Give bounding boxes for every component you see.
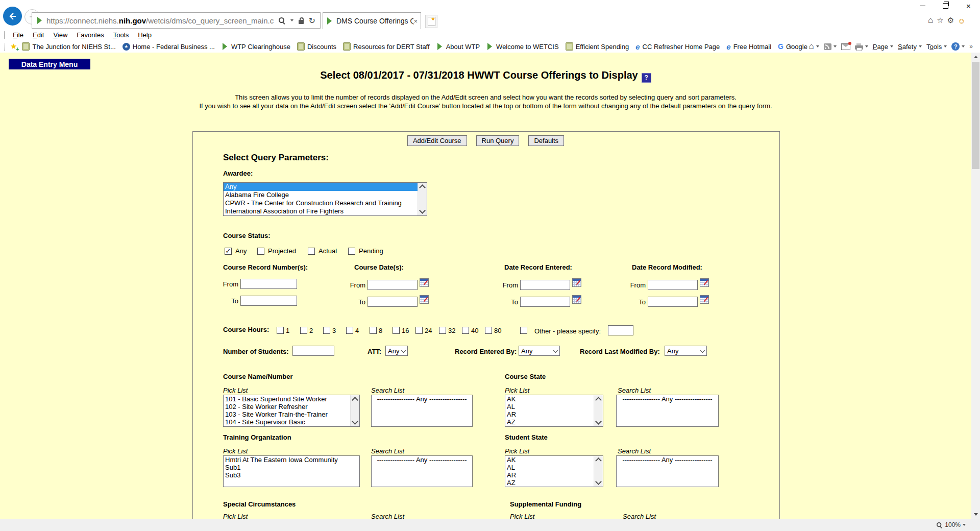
crn-to-input[interactable] [240,296,297,306]
modified-to-input[interactable] [648,297,698,307]
close-button[interactable] [957,0,980,12]
read-mail-icon[interactable] [841,43,850,50]
course-state-search-list[interactable]: ----------------- Any ----------------- [616,395,719,427]
training-organization-search-list[interactable]: ----------------- Any ----------------- [371,455,473,487]
training-organization-pick-list[interactable]: Hmtri At The Eastern Iowa Community Sub1… [223,455,360,487]
student-state-pick-list[interactable]: AK AL AR AZ [505,455,603,487]
address-bar[interactable]: https://connect.niehs.nih.gov/wetcis/dms… [32,12,321,29]
scroll-down-icon[interactable] [595,418,602,425]
crn-from-input[interactable] [240,279,297,289]
course-state-pick-list[interactable]: AK AL AR AZ [505,395,603,427]
commandbar-drag-handle[interactable] [800,43,801,51]
add-favorite-star-icon[interactable] [10,42,17,51]
defaults-button[interactable]: Defaults [528,135,564,146]
scroll-up-icon[interactable] [419,184,426,191]
back-button[interactable] [3,7,22,26]
bookmark-discounts[interactable]: Discounts [297,42,336,51]
menu-tools[interactable]: Tools [109,31,133,39]
course-name-search-list[interactable]: ----------------- Any ----------------- [371,395,473,427]
status-projected-checkbox[interactable] [257,248,264,255]
student-state-search-list[interactable]: ----------------- Any ----------------- [616,455,719,487]
awardee-option[interactable]: Alabama Fire College [224,191,427,199]
course-name-scrollbar[interactable] [350,395,359,426]
search-any-row[interactable]: ----------------- Any ----------------- [372,456,472,464]
hours-40-checkbox[interactable] [462,327,469,334]
zoom-control[interactable]: 100% [936,521,966,528]
hours-4-checkbox[interactable] [346,327,353,334]
modified-from-input[interactable] [648,280,698,290]
student-state-option[interactable]: AR [505,471,603,479]
status-any-checkbox[interactable] [225,248,232,255]
entered-to-input[interactable] [520,297,570,307]
hours-3-checkbox[interactable] [323,327,330,334]
course-date-from-calendar-icon[interactable] [420,278,429,287]
home-command-button[interactable] [808,41,819,52]
bookmark-cc-refresher[interactable]: CC Refresher Home Page [635,42,720,51]
course-date-to-input[interactable] [368,297,418,307]
record-entered-by-select[interactable]: Any [519,346,560,356]
scroll-up-icon[interactable] [352,397,358,403]
record-last-modified-by-select[interactable]: Any [665,346,707,356]
course-state-option[interactable]: AZ [505,418,603,426]
training-org-option[interactable]: Sub1 [224,464,359,471]
data-entry-menu-button[interactable]: Data Entry Menu [9,59,90,69]
rss-command-button[interactable] [824,43,837,50]
scroll-up-icon[interactable] [595,397,602,403]
number-of-students-input[interactable] [292,346,334,356]
scrollbar-up-button[interactable] [971,53,980,61]
run-query-button[interactable]: Run Query [476,135,520,146]
scroll-up-icon[interactable] [595,457,602,464]
hours-32-checkbox[interactable] [439,327,446,334]
bookmark-about-wtp[interactable]: About WTP [436,43,480,51]
print-command-button[interactable] [855,43,868,50]
hours-2-checkbox[interactable] [300,327,307,334]
favorites-icon[interactable] [937,16,943,25]
student-state-scrollbar[interactable] [594,456,603,487]
url-text[interactable]: https://connect.niehs.nih.gov/wetcis/dms… [46,16,274,25]
search-any-row[interactable]: ----------------- Any ----------------- [372,395,472,403]
search-icon[interactable] [279,17,285,24]
browser-tab[interactable]: DMS Course Offerings Quer... [323,12,421,29]
hours-80-checkbox[interactable] [485,327,492,334]
course-name-option[interactable]: 103 - Site Worker Train-the-Trainer [224,411,359,418]
student-state-option[interactable]: AL [505,464,603,471]
status-actual-checkbox[interactable] [308,248,315,255]
restore-button[interactable] [934,0,957,12]
hours-1-checkbox[interactable] [277,327,284,334]
scroll-down-icon[interactable] [419,207,426,214]
course-state-option[interactable]: AL [505,403,603,411]
menu-file[interactable]: File [8,31,28,39]
favbar-drag-handle[interactable] [4,43,5,51]
new-tab-button[interactable] [425,15,437,28]
overflow-chevron-icon[interactable]: » [969,43,973,50]
training-org-option[interactable]: Hmtri At The Eastern Iowa Community [224,456,359,464]
bookmark-free-hotmail[interactable]: Free Hotmail [726,42,771,51]
bookmark-efficient-spending[interactable]: Efficient Spending [566,42,629,51]
help-icon[interactable]: ? [642,73,651,83]
tools-menu-button[interactable]: Tools [926,43,947,51]
course-state-scrollbar[interactable] [594,395,603,426]
hours-16-checkbox[interactable] [393,327,400,334]
settings-gear-icon[interactable] [947,16,954,25]
menu-edit[interactable]: Edit [28,31,48,39]
safety-menu-button[interactable]: Safety [898,43,922,51]
feedback-smiley-icon[interactable] [958,16,965,25]
home-icon[interactable] [928,15,933,26]
att-select[interactable]: Any [385,346,408,356]
scrollbar-down-button[interactable] [971,510,980,519]
scroll-down-icon[interactable] [352,418,358,425]
menu-favorites[interactable]: Favorites [72,31,108,39]
bookmark-welcome-wetcis[interactable]: Welcome to WETCIS [486,43,559,51]
search-dropdown-caret-icon[interactable] [290,19,293,21]
course-name-option[interactable]: 102 - Site Worker Refresher [224,403,359,411]
help-menu-button[interactable] [951,42,965,51]
course-date-from-input[interactable] [368,280,418,290]
minimize-button[interactable] [911,0,934,12]
scroll-down-icon[interactable] [595,478,602,485]
bookmark-junction-niehs[interactable]: The Junction for NIEHS St... [22,42,115,51]
course-name-option[interactable]: 104 - Site Supervisor Basic [224,418,359,426]
tab-close-icon[interactable] [413,17,418,25]
awardee-scrollbar[interactable] [418,183,427,215]
bookmark-home-federal-business[interactable]: Home - Federal Business ... [122,43,215,51]
menubar-drag-handle[interactable] [4,31,5,39]
